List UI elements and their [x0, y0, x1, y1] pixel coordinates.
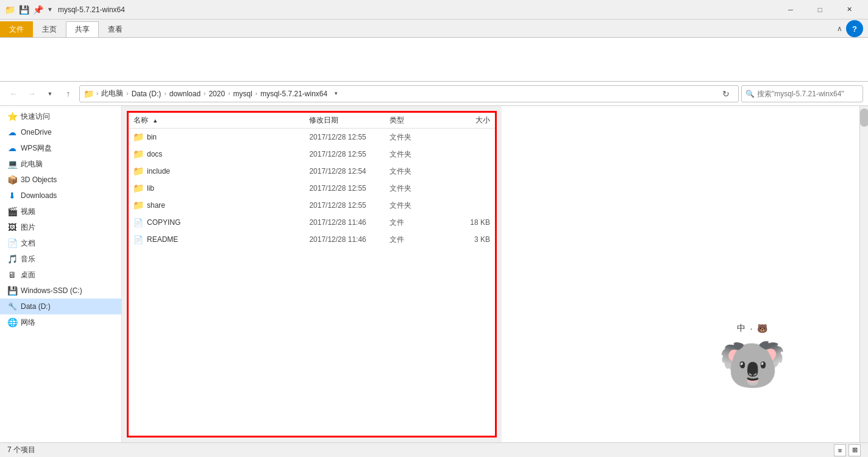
sort-arrow-name: ▲ [152, 118, 158, 124]
table-row[interactable]: 📄 COPYING 2017/12/28 11:46 文件 18 KB [129, 214, 495, 231]
search-input[interactable] [757, 90, 859, 98]
column-type[interactable]: 类型 [390, 115, 450, 126]
sidebar-item-onedrive[interactable]: ☁ OneDrive [0, 124, 121, 140]
recent-locations-button[interactable]: ▼ [41, 85, 59, 102]
network-icon: 🌐 [7, 317, 17, 327]
onedrive-icon: ☁ [7, 127, 17, 137]
address-bar[interactable]: 📁 › 此电脑 › Data (D:) › download › 2020 › … [79, 85, 739, 102]
title-icon-2: 💾 [19, 5, 29, 15]
breadcrumb-separator-5: › [255, 90, 257, 97]
right-area: 中 · 🐻 🐨 [502, 106, 868, 442]
breadcrumb-download[interactable]: download [168, 89, 202, 99]
search-icon: 🔍 [745, 90, 755, 98]
folder-icon: 📁 [133, 200, 143, 210]
sidebar: ⭐ 快速访问 ☁ OneDrive ☁ WPS网盘 💻 此电脑 📦 3D Obj… [0, 106, 122, 442]
breadcrumb-2020[interactable]: 2020 [207, 89, 227, 99]
maximize-button[interactable]: □ [806, 0, 834, 19]
breadcrumb-separator-4: › [228, 90, 230, 97]
breadcrumb-separator-0: › [96, 90, 98, 97]
file-date-lib: 2017/12/28 12:55 [309, 184, 390, 193]
file-name-bin: 📁 bin [133, 132, 309, 142]
3d-objects-icon: 📦 [7, 175, 17, 185]
tab-share[interactable]: 共享 [66, 21, 99, 37]
view-details-button[interactable]: ≡ [834, 444, 846, 456]
file-type-bin: 文件夹 [390, 132, 450, 143]
minimize-button[interactable]: ─ [777, 0, 805, 19]
breadcrumb-mysql[interactable]: mysql [231, 89, 254, 99]
sidebar-item-network[interactable]: 🌐 网络 [0, 314, 121, 330]
address-dropdown-button[interactable]: ▼ [330, 87, 341, 101]
table-row[interactable]: 📁 bin 2017/12/28 12:55 文件夹 [129, 129, 495, 146]
sidebar-label-music: 音乐 [21, 254, 35, 264]
file-date-docs: 2017/12/28 12:55 [309, 150, 390, 158]
ribbon-tabs: 文件 主页 共享 查看 ∧ ? [0, 19, 868, 38]
breadcrumb-separator-3: › [204, 90, 205, 97]
sidebar-label-this-pc: 此电脑 [21, 159, 43, 169]
file-size-copying: 18 KB [450, 218, 490, 227]
quick-access-icon: ⭐ [7, 112, 17, 121]
sidebar-item-this-pc[interactable]: 💻 此电脑 [0, 156, 121, 172]
file-type-include: 文件夹 [390, 166, 450, 177]
window-controls: ─ □ ✕ [777, 0, 863, 19]
title-bar: 📁 💾 📌 ▼ mysql-5.7.21-winx64 ─ □ ✕ [0, 0, 868, 19]
sidebar-item-3d-objects[interactable]: 📦 3D Objects [0, 172, 121, 188]
desktop-icon: 🖥 [7, 270, 17, 280]
sidebar-label-videos: 视频 [21, 207, 35, 217]
search-box[interactable]: 🔍 [741, 85, 863, 102]
sidebar-item-music[interactable]: 🎵 音乐 [0, 251, 121, 267]
table-row[interactable]: 📁 include 2017/12/28 12:54 文件夹 [129, 163, 495, 180]
column-name[interactable]: 名称 ▲ [133, 115, 309, 126]
file-type-readme: 文件 [390, 235, 450, 245]
tab-view[interactable]: 查看 [99, 21, 132, 37]
column-size[interactable]: 大小 [450, 115, 490, 126]
file-name-include: 📁 include [133, 166, 309, 176]
table-row[interactable]: 📁 lib 2017/12/28 12:55 文件夹 [129, 180, 495, 197]
main-layout: ⭐ 快速访问 ☁ OneDrive ☁ WPS网盘 💻 此电脑 📦 3D Obj… [0, 106, 868, 442]
file-type-copying: 文件 [390, 218, 450, 228]
tab-file[interactable]: 文件 [0, 21, 33, 37]
ribbon-collapse-arrow[interactable]: ∧ [837, 24, 842, 33]
sidebar-label-network: 网络 [21, 317, 35, 328]
title-dropdown-arrow[interactable]: ▼ [47, 6, 53, 13]
sidebar-item-windows-ssd[interactable]: 💾 Windows-SSD (C:) [0, 283, 121, 299]
breadcrumb-this-pc[interactable]: 此电脑 [99, 88, 125, 99]
vertical-scrollbar[interactable] [859, 106, 868, 442]
table-row[interactable]: 📁 docs 2017/12/28 12:55 文件夹 [129, 146, 495, 163]
music-icon: 🎵 [7, 254, 17, 264]
data-d-icon: 🔧 [7, 302, 17, 311]
up-button[interactable]: ↑ [60, 85, 77, 102]
sidebar-item-videos[interactable]: 🎬 视频 [0, 204, 121, 219]
tab-home[interactable]: 主页 [33, 21, 66, 37]
back-button[interactable]: ← [5, 85, 22, 102]
breadcrumb-mysql-dir[interactable]: mysql-5.7.21-winx64 [258, 89, 329, 99]
table-row[interactable]: 📁 share 2017/12/28 12:55 文件夹 [129, 197, 495, 214]
sidebar-item-quick-access[interactable]: ⭐ 快速访问 [0, 108, 121, 124]
folder-icon: 📁 [133, 149, 143, 159]
ribbon-content [0, 38, 868, 82]
sidebar-item-documents[interactable]: 📄 文档 [0, 235, 121, 251]
sidebar-item-desktop[interactable]: 🖥 桌面 [0, 267, 121, 283]
sidebar-item-downloads[interactable]: ⬇ Downloads [0, 188, 121, 204]
videos-icon: 🎬 [7, 207, 17, 216]
close-button[interactable]: ✕ [835, 0, 863, 19]
help-button[interactable]: ? [846, 20, 863, 37]
title-icon-3: 📌 [33, 5, 43, 15]
sidebar-label-pictures: 图片 [21, 222, 35, 233]
breadcrumb-data-d[interactable]: Data (D:) [130, 89, 163, 99]
file-area[interactable]: 名称 ▲ 修改日期 类型 大小 📁 bin 2017/12/28 12:55 文… [127, 111, 497, 438]
file-date-share: 2017/12/28 12:55 [309, 201, 390, 210]
scrollbar-thumb[interactable] [860, 108, 868, 127]
sidebar-item-pictures[interactable]: 🖼 图片 [0, 219, 121, 235]
view-large-icons-button[interactable]: ⊞ [848, 444, 861, 456]
refresh-button[interactable]: ↻ [717, 85, 735, 102]
sidebar-item-data-d[interactable]: 🔧 Data (D:) [0, 299, 121, 314]
table-row[interactable]: 📄 README 2017/12/28 11:46 文件 3 KB [129, 231, 495, 248]
column-date[interactable]: 修改日期 [309, 115, 390, 126]
this-pc-icon: 💻 [7, 159, 17, 169]
status-right: ≡ ⊞ [834, 444, 861, 456]
forward-button[interactable]: → [23, 85, 40, 102]
window-title: mysql-5.7.21-winx64 [53, 5, 777, 14]
sidebar-label-onedrive: OneDrive [21, 128, 52, 136]
sidebar-item-wps[interactable]: ☁ WPS网盘 [0, 140, 121, 156]
file-type-docs: 文件夹 [390, 149, 450, 160]
